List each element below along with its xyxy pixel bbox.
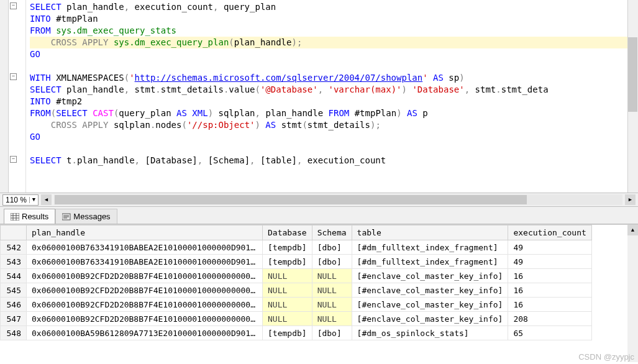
table-row[interactable]: 5420x06000100B763341910BABEA2E1010000100…: [1, 240, 592, 255]
cell[interactable]: 0x06000100B92CFD2D20B8B7F4E1010000100000…: [27, 312, 263, 326]
grid-icon: [11, 213, 19, 221]
zoom-combo[interactable]: 110 % ▼: [2, 194, 39, 206]
scroll-left-icon[interactable]: ◀: [41, 194, 52, 205]
cell[interactable]: [tempdb]: [263, 326, 312, 340]
code-line[interactable]: INTO #tmp2: [30, 96, 634, 107]
cell[interactable]: NULL: [312, 298, 352, 312]
row-number[interactable]: 542: [1, 240, 27, 255]
cell[interactable]: 0x06000100B763341910BABEA2E1010000100000…: [27, 240, 263, 255]
cell[interactable]: [#enclave_col_master_key_info]: [352, 283, 508, 298]
cell[interactable]: 0x06000100B92CFD2D20B8B7F4E1010000100000…: [27, 269, 263, 283]
cell[interactable]: [#enclave_col_master_key_info]: [352, 269, 508, 283]
cell[interactable]: 0x06000100B763341910BABEA2E1010000100000…: [27, 255, 263, 269]
code-line[interactable]: [30, 143, 634, 155]
code-line[interactable]: FROM sys.dm_exec_query_stats: [30, 25, 634, 37]
cell[interactable]: [dbo]: [312, 255, 352, 269]
table-row[interactable]: 5450x06000100B92CFD2D20B8B7F4E1010000100…: [1, 283, 592, 298]
code-line[interactable]: SELECT plan_handle, execution_count, que…: [30, 1, 634, 13]
cell[interactable]: 16: [508, 269, 591, 283]
scrollbar-thumb[interactable]: [628, 37, 637, 112]
cell[interactable]: [#dm_fulltext_index_fragment]: [352, 255, 508, 269]
indicator-margin: [0, 0, 9, 193]
editor-footer-bar: 110 % ▼ ◀ ▶: [0, 193, 638, 207]
cell[interactable]: [#enclave_col_master_key_info]: [352, 312, 508, 326]
row-number[interactable]: 546: [1, 298, 27, 312]
cell[interactable]: 49: [508, 255, 591, 269]
outline-margin[interactable]: −−−: [9, 0, 26, 193]
row-number[interactable]: 545: [1, 283, 27, 298]
cell[interactable]: NULL: [312, 269, 352, 283]
editor-vertical-scrollbar[interactable]: [627, 0, 638, 193]
cell[interactable]: [#dm_fulltext_index_fragment]: [352, 240, 508, 255]
svg-rect-0: [11, 213, 19, 221]
table-row[interactable]: 5480x06000100BA59B612809A7713E2010000100…: [1, 326, 592, 340]
cell[interactable]: 16: [508, 298, 591, 312]
grid-vertical-scrollbar[interactable]: ▲: [627, 225, 638, 362]
messages-icon: [62, 213, 71, 221]
outline-collapse-icon[interactable]: −: [10, 2, 17, 9]
cell[interactable]: NULL: [263, 312, 312, 326]
row-number[interactable]: 543: [1, 255, 27, 269]
column-header[interactable]: table: [352, 225, 508, 240]
cell[interactable]: [tempdb]: [263, 240, 312, 255]
cell[interactable]: NULL: [263, 283, 312, 298]
tab-messages[interactable]: Messages: [55, 209, 117, 224]
cell[interactable]: 16: [508, 283, 591, 298]
outline-collapse-icon[interactable]: −: [10, 156, 17, 163]
chevron-down-icon[interactable]: ▼: [29, 197, 38, 203]
code-surface[interactable]: SELECT plan_handle, execution_count, que…: [26, 0, 638, 193]
cell[interactable]: [dbo]: [312, 240, 352, 255]
cell[interactable]: [#enclave_col_master_key_info]: [352, 298, 508, 312]
sql-editor[interactable]: −−− SELECT plan_handle, execution_count,…: [0, 0, 638, 193]
cell[interactable]: [tempdb]: [263, 255, 312, 269]
column-header[interactable]: plan_handle: [27, 225, 263, 240]
row-number[interactable]: 547: [1, 312, 27, 326]
cell[interactable]: 208: [508, 312, 591, 326]
tab-results[interactable]: Results: [4, 209, 55, 224]
table-row[interactable]: 5470x06000100B92CFD2D20B8B7F4E1010000100…: [1, 312, 592, 326]
tab-results-label: Results: [22, 212, 48, 221]
cell[interactable]: NULL: [312, 312, 352, 326]
table-row[interactable]: 5460x06000100B92CFD2D20B8B7F4E1010000100…: [1, 298, 592, 312]
column-header[interactable]: Database: [263, 225, 312, 240]
code-line[interactable]: WITH XMLNAMESPACES('http://schemas.micro…: [30, 72, 634, 84]
row-header-blank: [1, 225, 27, 240]
zoom-value: 110 %: [3, 196, 29, 204]
cell[interactable]: 0x06000100BA59B612809A7713E2010000100000…: [27, 326, 263, 340]
code-line[interactable]: FROM(SELECT CAST(query_plan AS XML) sqlp…: [30, 107, 634, 119]
outline-collapse-icon[interactable]: −: [10, 73, 17, 80]
scrollbar-thumb[interactable]: [55, 195, 527, 204]
column-header[interactable]: Schema: [312, 225, 352, 240]
scroll-up-icon[interactable]: ▲: [627, 225, 638, 235]
grid-header-row: plan_handleDatabaseSchematableexecution_…: [1, 225, 592, 240]
code-line[interactable]: INTO #tmpPlan: [30, 13, 634, 25]
code-line[interactable]: GO: [30, 131, 634, 143]
code-line[interactable]: GO: [30, 48, 634, 60]
table-row[interactable]: 5430x06000100B763341910BABEA2E1010000100…: [1, 255, 592, 269]
scroll-right-icon[interactable]: ▶: [625, 194, 636, 205]
cell[interactable]: 65: [508, 326, 591, 340]
cell[interactable]: NULL: [263, 298, 312, 312]
cell[interactable]: NULL: [263, 269, 312, 283]
code-line[interactable]: [30, 60, 634, 72]
results-grid-area: plan_handleDatabaseSchematableexecution_…: [0, 224, 638, 362]
row-number[interactable]: 544: [1, 269, 27, 283]
table-row[interactable]: 5440x06000100B92CFD2D20B8B7F4E1010000100…: [1, 269, 592, 283]
cell[interactable]: 49: [508, 240, 591, 255]
results-tabs: Results Messages: [0, 207, 638, 224]
cell[interactable]: 0x06000100B92CFD2D20B8B7F4E1010000100000…: [27, 283, 263, 298]
column-header[interactable]: execution_count: [508, 225, 591, 240]
editor-horizontal-scrollbar[interactable]: [54, 194, 622, 205]
cell[interactable]: NULL: [312, 283, 352, 298]
results-grid[interactable]: plan_handleDatabaseSchematableexecution_…: [0, 225, 592, 340]
row-number[interactable]: 548: [1, 326, 27, 340]
code-line[interactable]: SELECT t.plan_handle, [Database], [Schem…: [30, 155, 634, 166]
cell[interactable]: [#dm_os_spinlock_stats]: [352, 326, 508, 340]
cell[interactable]: 0x06000100B92CFD2D20B8B7F4E1010000100000…: [27, 298, 263, 312]
code-line[interactable]: SELECT plan_handle, stmt.stmt_details.va…: [30, 84, 634, 96]
cell[interactable]: [dbo]: [312, 326, 352, 340]
code-line[interactable]: CROSS APPLY sys.dm_exec_query_plan(plan_…: [30, 37, 634, 48]
code-line[interactable]: CROSS APPLY sqlplan.nodes('//sp:Object')…: [30, 119, 634, 131]
tab-messages-label: Messages: [73, 212, 110, 221]
